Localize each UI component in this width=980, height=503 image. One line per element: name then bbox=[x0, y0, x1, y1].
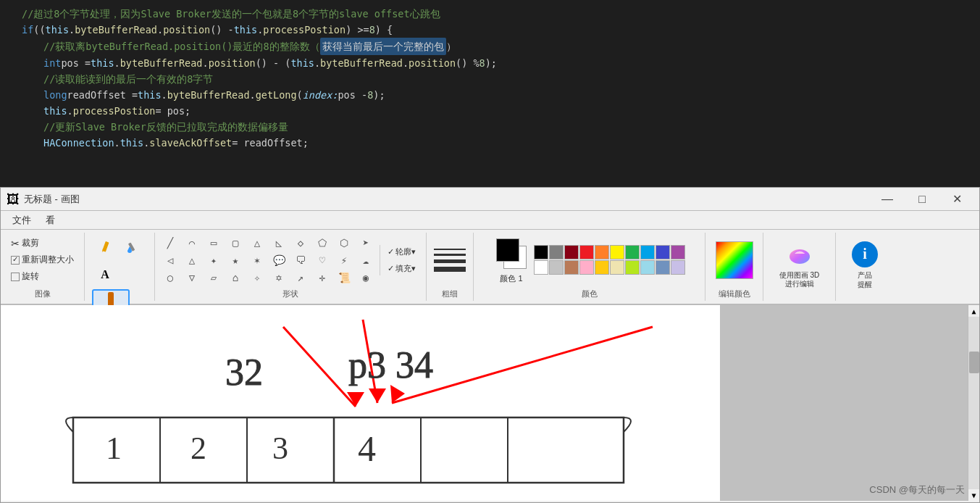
menu-item-view[interactable]: 看 bbox=[40, 212, 61, 228]
comment-1: //超过8个字节处理，因为Slave Broker发送的一个包就是8个字节的sl… bbox=[22, 6, 440, 22]
shape-diamond[interactable]: ◇ bbox=[291, 235, 310, 251]
svg-text:4: 4 bbox=[358, 428, 376, 469]
shape-arrow-4[interactable]: ✛ bbox=[313, 270, 332, 286]
title-bar-controls: — □ ✕ bbox=[871, 188, 973, 211]
shape-callout2[interactable]: 🗨 bbox=[291, 252, 310, 268]
shape-trap[interactable]: ⌂ bbox=[226, 270, 245, 286]
color-swatch-9[interactable] bbox=[671, 245, 685, 259]
code-line-comment2: //获取离byteBufferRead.position()最近的8的整除数（ … bbox=[0, 38, 980, 55]
scroll-thumb[interactable] bbox=[969, 352, 979, 373]
shape-arrow-up[interactable]: △ bbox=[183, 252, 201, 268]
color-swatch-14[interactable] bbox=[595, 260, 609, 275]
pencil-tool[interactable] bbox=[92, 234, 118, 260]
color-swatch-0[interactable] bbox=[534, 245, 548, 259]
color-swatch-12[interactable] bbox=[564, 260, 579, 275]
crop-button[interactable]: ✂ 裁剪 bbox=[8, 236, 77, 251]
color-swatch-13[interactable] bbox=[579, 260, 594, 275]
shape-rtriangle[interactable]: ◺ bbox=[269, 235, 288, 251]
color-swatch-15[interactable] bbox=[610, 260, 624, 275]
color-spectrum[interactable] bbox=[716, 241, 753, 279]
scroll-down-arrow[interactable]: ▼ bbox=[968, 489, 980, 501]
shape-triangle[interactable]: △ bbox=[248, 235, 267, 251]
stroke-4px[interactable] bbox=[434, 259, 466, 263]
stroke-2px[interactable] bbox=[434, 254, 466, 256]
color-swatch-6[interactable] bbox=[625, 245, 640, 259]
menu-item-file[interactable]: 文件 bbox=[7, 212, 37, 228]
stroke-6px[interactable] bbox=[434, 267, 466, 272]
shape-arrow-left[interactable]: ◁ bbox=[161, 252, 180, 268]
shape-6star[interactable]: ✡ bbox=[269, 270, 288, 286]
product-button[interactable]: i 产品提醒 bbox=[843, 241, 887, 290]
stroke-content bbox=[432, 233, 467, 287]
color-swatch-17[interactable] bbox=[640, 260, 655, 275]
window-title: 无标题 - 画图 bbox=[24, 193, 80, 206]
shapes-dropdowns: ✓ 轮廓▾ ✓ 填充▾ bbox=[380, 245, 420, 275]
color-swatch-2[interactable] bbox=[564, 245, 579, 259]
fill-dropdown[interactable]: ✓ 填充▾ bbox=[383, 262, 420, 275]
image-tools: ✂ 裁剪 重新调整大小 旋转 bbox=[8, 236, 77, 284]
shape-scroll[interactable]: 📜 bbox=[335, 270, 353, 286]
color-swatch-5[interactable] bbox=[610, 245, 624, 259]
shape-line[interactable]: ╱ bbox=[161, 235, 180, 251]
shape-star4[interactable]: ✦ bbox=[204, 252, 223, 268]
shape-cloud[interactable]: ☁ bbox=[356, 252, 375, 268]
maximize-button[interactable]: □ bbox=[905, 188, 939, 211]
resize-button[interactable]: 重新调整大小 bbox=[8, 252, 77, 267]
shape-heart[interactable]: ♡ bbox=[313, 252, 332, 268]
outline-dropdown[interactable]: ✓ 轮廓▾ bbox=[383, 245, 420, 259]
rotate-label: 旋转 bbox=[22, 270, 39, 283]
shape-arrow-ne[interactable]: ↗ bbox=[291, 270, 310, 286]
info-icon: i bbox=[852, 241, 878, 267]
color-swatch-1[interactable] bbox=[549, 245, 564, 259]
color1-label: 颜色 1 bbox=[500, 273, 522, 284]
ribbon-section-image: ✂ 裁剪 重新调整大小 旋转 图像 bbox=[1, 233, 85, 301]
vertical-scrollbar[interactable]: ▲ ▼ bbox=[968, 305, 979, 501]
color-swatch-10[interactable] bbox=[534, 260, 548, 275]
shape-pentagon[interactable]: ⬠ bbox=[313, 235, 332, 251]
menu-bar: 文件 看 bbox=[1, 211, 979, 230]
shape-para[interactable]: ▱ bbox=[204, 270, 223, 286]
stroke-1px[interactable] bbox=[434, 249, 466, 250]
shape-star5[interactable]: ★ bbox=[226, 252, 245, 268]
shape-misc[interactable]: ◉ bbox=[356, 270, 375, 286]
edit3d-button[interactable]: 使用图画 3D进行编辑 bbox=[774, 241, 825, 290]
checkbox-rotate bbox=[11, 273, 20, 281]
shape-star6[interactable]: ✶ bbox=[248, 252, 267, 268]
color-swatch-19[interactable] bbox=[671, 260, 685, 275]
color-swatch-4[interactable] bbox=[595, 245, 609, 259]
color-swatch-8[interactable] bbox=[656, 245, 670, 259]
code-line-long: long readOffset = this . byteBufferRead … bbox=[0, 87, 980, 103]
shape-curve[interactable]: ⌒ bbox=[183, 235, 201, 251]
shape-arrow-right[interactable]: ➤ bbox=[356, 235, 375, 251]
ribbon: ✂ 裁剪 重新调整大小 旋转 图像 bbox=[1, 230, 979, 305]
edit-color-content bbox=[714, 233, 755, 287]
shape-lightning[interactable]: ⚡ bbox=[335, 252, 353, 268]
color-swatch-3[interactable] bbox=[579, 245, 594, 259]
drawing-canvas[interactable]: 32 p3 34 1 2 3 4 bbox=[1, 305, 721, 501]
shape-hexagon[interactable]: ⬡ bbox=[335, 235, 353, 251]
shape-rect[interactable]: ▭ bbox=[204, 235, 223, 251]
text-tool[interactable]: A bbox=[92, 262, 118, 288]
close-button[interactable]: ✕ bbox=[940, 188, 973, 211]
color-swatch-18[interactable] bbox=[656, 260, 670, 275]
shape-ellipse[interactable]: ○ bbox=[161, 270, 180, 286]
shape-roundrect[interactable]: ▢ bbox=[226, 235, 245, 251]
edit3d-label: 使用图画 3D进行编辑 bbox=[779, 271, 820, 288]
rotate-button[interactable]: 旋转 bbox=[8, 269, 77, 284]
canvas-white[interactable]: 32 p3 34 1 2 3 4 bbox=[1, 305, 721, 501]
ribbon-section-product: i 产品提醒 · bbox=[836, 233, 894, 301]
shapes-section-label: 形状 bbox=[161, 287, 420, 301]
scroll-up-arrow[interactable]: ▲ bbox=[968, 305, 980, 317]
minimize-button[interactable]: — bbox=[871, 188, 904, 211]
pencil-icon bbox=[97, 239, 113, 255]
title-bar-left: 🖼 无标题 - 画图 bbox=[7, 191, 80, 207]
shape-callout1[interactable]: 💬 bbox=[269, 252, 288, 268]
fill-tool[interactable] bbox=[120, 234, 146, 260]
shape-tri2[interactable]: ▽ bbox=[183, 270, 201, 286]
color-swatch-16[interactable] bbox=[625, 260, 640, 275]
color-1-swatch[interactable] bbox=[496, 238, 519, 262]
color-swatch-7[interactable] bbox=[640, 245, 655, 259]
shape-4star[interactable]: ✧ bbox=[248, 270, 267, 286]
color-swatch-11[interactable] bbox=[549, 260, 564, 275]
fill-icon bbox=[125, 239, 141, 255]
